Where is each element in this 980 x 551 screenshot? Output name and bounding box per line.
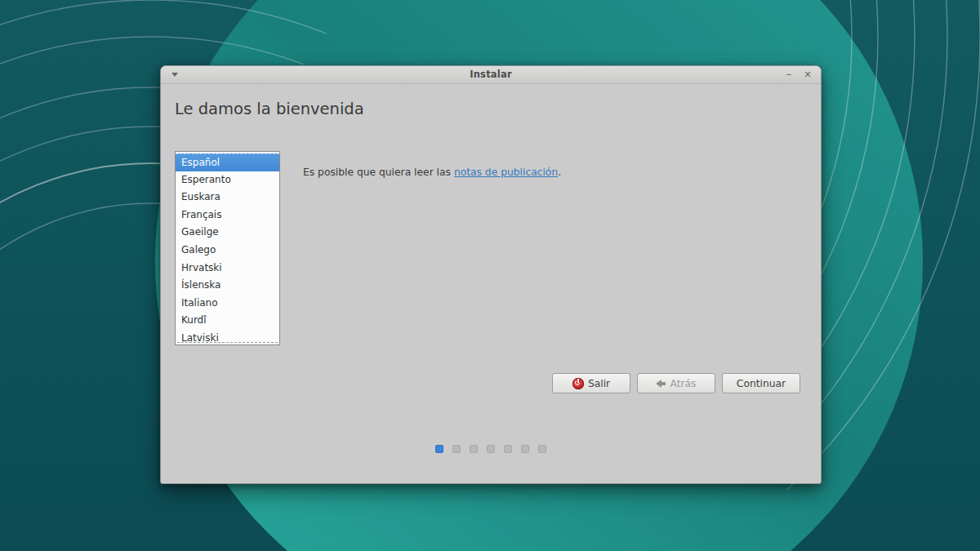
quit-button[interactable]: Salir — [552, 373, 630, 393]
language-option[interactable]: Latviski — [176, 330, 279, 345]
back-button[interactable]: Atrás — [637, 373, 715, 393]
window-title: Instalar — [161, 69, 821, 80]
progress-dot — [504, 445, 512, 453]
language-option[interactable]: Kurdî — [176, 312, 279, 330]
release-notes-text: Es posible que quiera leer las notas de … — [303, 167, 561, 178]
installer-window: Instalar – × Le damos la bienvenida Espa… — [160, 65, 822, 484]
titlebar[interactable]: Instalar – × — [161, 66, 821, 84]
back-arrow-icon — [656, 380, 666, 388]
language-option[interactable]: Hrvatski — [176, 260, 279, 278]
language-option[interactable]: Gaeilge — [176, 224, 279, 242]
quit-button-label: Salir — [588, 378, 610, 389]
progress-dot — [452, 445, 461, 453]
close-icon[interactable]: × — [800, 68, 815, 82]
language-option[interactable]: Italiano — [176, 295, 279, 313]
language-option[interactable]: Français — [176, 207, 279, 224]
progress-dot — [470, 445, 478, 453]
language-option[interactable]: Euskara — [176, 189, 279, 207]
progress-dot — [521, 445, 529, 453]
continue-button-label: Continuar — [737, 378, 786, 389]
progress-dot — [487, 445, 495, 453]
action-buttons: Salir Atrás Continuar — [552, 373, 800, 393]
language-option[interactable]: Íslenska — [176, 277, 279, 295]
release-notes-link[interactable]: notas de publicación — [454, 167, 558, 178]
release-notes-prefix: Es posible que quiera leer las — [303, 167, 454, 178]
back-button-label: Atrás — [670, 378, 696, 389]
language-list[interactable]: EspañolEsperantoEuskaraFrançaisGaeilgeGa… — [175, 151, 280, 345]
release-notes-suffix: . — [558, 167, 561, 178]
progress-dots — [435, 445, 546, 453]
power-icon — [572, 378, 584, 389]
continue-button[interactable]: Continuar — [722, 373, 800, 393]
minimize-icon[interactable]: – — [782, 68, 796, 82]
language-option[interactable]: Español — [176, 153, 279, 171]
progress-dot — [538, 445, 546, 453]
progress-dot — [435, 445, 443, 453]
page-title: Le damos la bienvenida — [175, 100, 364, 118]
language-option[interactable]: Esperanto — [176, 171, 279, 189]
language-option[interactable]: Galego — [176, 242, 279, 260]
